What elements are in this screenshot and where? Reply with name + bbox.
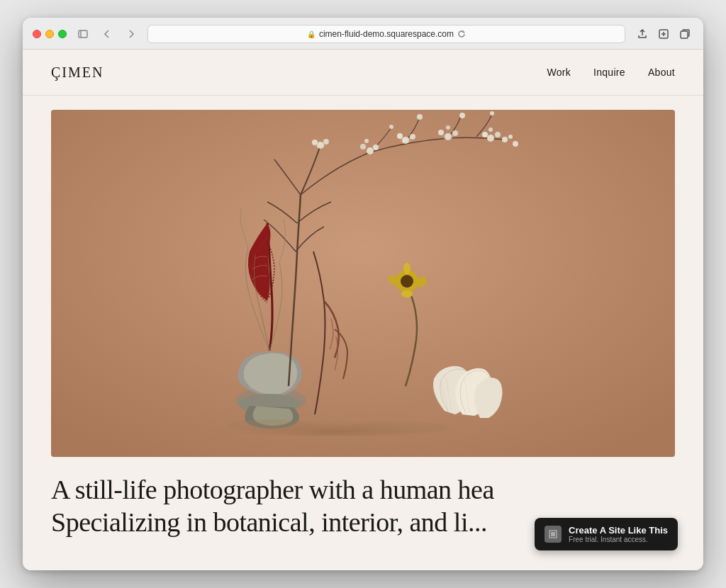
svg-point-24 <box>487 135 494 142</box>
browser-window: 🔒 cimen-fluid-demo.squarespace.com <box>23 18 703 570</box>
address-bar[interactable]: 🔒 cimen-fluid-demo.squarespace.com <box>147 25 625 43</box>
forward-button[interactable] <box>123 28 139 40</box>
svg-point-11 <box>323 139 329 145</box>
svg-rect-0 <box>79 30 87 38</box>
svg-point-51 <box>228 419 313 431</box>
svg-point-27 <box>488 128 493 132</box>
close-button[interactable] <box>33 30 41 38</box>
squarespace-logo-icon <box>544 526 562 543</box>
nav-inquire[interactable]: Inquire <box>593 67 625 78</box>
share-button[interactable] <box>634 27 651 41</box>
badge-title: Create A Site Like This <box>569 525 668 536</box>
svg-point-29 <box>508 135 513 139</box>
website-content: ÇIMEN Work Inquire About <box>23 50 703 570</box>
svg-point-19 <box>397 133 403 139</box>
svg-point-30 <box>513 141 518 147</box>
svg-point-44 <box>403 263 411 274</box>
squarespace-badge-text: Create A Site Like This Free trial. Inst… <box>569 525 668 543</box>
traffic-lights <box>33 30 67 38</box>
svg-point-34 <box>490 111 494 115</box>
svg-point-15 <box>373 145 379 150</box>
hero-section: A still-life photographer with a human h… <box>23 96 703 570</box>
minimize-button[interactable] <box>45 30 54 38</box>
svg-point-39 <box>401 275 413 288</box>
svg-point-12 <box>312 140 318 145</box>
hero-illustration <box>51 110 675 457</box>
svg-point-52 <box>349 422 448 433</box>
maximize-button[interactable] <box>58 30 67 38</box>
svg-point-16 <box>364 139 369 143</box>
browser-actions <box>634 27 693 41</box>
site-nav: Work Inquire About <box>547 67 675 78</box>
svg-point-21 <box>452 130 458 136</box>
url-text: cimen-fluid-demo.squarespace.com <box>319 29 454 39</box>
svg-rect-5 <box>681 31 688 38</box>
squarespace-badge[interactable]: Create A Site Like This Free trial. Inst… <box>535 518 678 550</box>
svg-point-22 <box>438 130 444 135</box>
sidebar-toggle-button[interactable] <box>75 28 91 40</box>
lock-icon: 🔒 <box>307 30 315 38</box>
svg-point-14 <box>360 144 366 149</box>
svg-point-46 <box>401 290 413 298</box>
hero-heading: A still-life photographer with a human h… <box>51 474 675 507</box>
svg-point-33 <box>389 125 393 129</box>
svg-point-23 <box>446 125 450 130</box>
duplicate-button[interactable] <box>676 27 693 41</box>
badge-subtitle: Free trial. Instant access. <box>569 536 668 543</box>
nav-about[interactable]: About <box>648 67 675 78</box>
svg-point-31 <box>417 114 423 120</box>
svg-point-13 <box>367 147 374 154</box>
svg-point-32 <box>459 113 465 118</box>
svg-point-25 <box>495 132 501 137</box>
svg-point-28 <box>502 137 508 142</box>
back-button[interactable] <box>99 28 115 40</box>
site-logo[interactable]: ÇIMEN <box>51 64 104 81</box>
browser-chrome: 🔒 cimen-fluid-demo.squarespace.com <box>23 18 703 50</box>
reload-icon[interactable] <box>457 30 466 38</box>
svg-point-18 <box>410 134 415 140</box>
hero-image <box>51 110 675 457</box>
site-header: ÇIMEN Work Inquire About <box>23 50 703 96</box>
new-tab-button[interactable] <box>655 27 672 41</box>
svg-point-26 <box>482 132 488 137</box>
nav-work[interactable]: Work <box>547 67 571 78</box>
